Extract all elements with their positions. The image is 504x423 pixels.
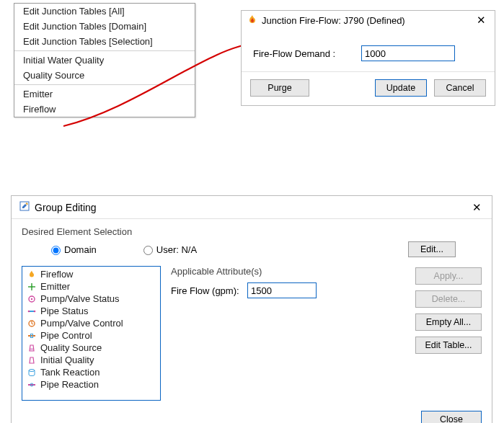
list-item-label: Initial Quality: [40, 355, 94, 365]
emitter-icon: [27, 282, 37, 292]
list-item-label: Quality Source: [40, 342, 102, 353]
action-buttons: Apply... Delete... Empty All... Edit Tab…: [415, 267, 482, 401]
menu-item-emitter[interactable]: Emitter: [14, 86, 195, 102]
list-item-initial-quality[interactable]: Initial Quality: [22, 354, 160, 366]
fire-icon: [27, 270, 37, 280]
menu-item-edit-all[interactable]: Edit Junction Tables [All]: [14, 4, 195, 19]
titlebar: Group Editing ✕: [12, 196, 492, 219]
svg-point-4: [31, 285, 33, 288]
list-item-label: Pipe Control: [40, 330, 92, 341]
close-icon[interactable]: ✕: [474, 14, 489, 27]
fire-flow-gpm-label: Fire Flow (gpm):: [171, 285, 247, 296]
radio-domain-label: Domain: [64, 244, 97, 255]
attribute-listbox[interactable]: Fireflow Emitter Pump/Valve Status Pipe …: [22, 266, 161, 401]
group-editing-dialog: Group Editing ✕ Desired Element Selectio…: [11, 195, 492, 423]
delete-button[interactable]: Delete...: [415, 290, 482, 308]
list-item-pump-valve-control[interactable]: Pump/Valve Control: [22, 317, 160, 329]
list-item-label: Pump/Valve Control: [40, 318, 123, 329]
svg-point-8: [28, 310, 30, 312]
menu-item-fireflow[interactable]: Fireflow: [14, 102, 195, 117]
desired-selection-label: Desired Element Selection: [22, 226, 482, 237]
pipe-reaction-icon: [27, 380, 37, 390]
pump-control-icon: [27, 319, 37, 329]
svg-point-14: [29, 369, 35, 371]
svg-rect-13: [30, 348, 33, 351]
titlebar: Junction Fire-Flow: J790 (Defined) ✕: [242, 11, 495, 30]
list-item-label: Emitter: [40, 281, 70, 292]
radio-user-label: User: N/A: [156, 244, 197, 255]
close-button[interactable]: Close: [421, 411, 482, 423]
radio-user-input[interactable]: [143, 246, 153, 255]
context-menu: Edit Junction Tables [All] Edit Junction…: [14, 3, 195, 117]
menu-separator: [14, 50, 195, 51]
empty-all-button[interactable]: Empty All...: [415, 313, 482, 331]
svg-point-9: [34, 310, 36, 312]
dialog-title: Junction Fire-Flow: J790 (Defined): [262, 15, 474, 26]
list-item-label: Pipe Status: [40, 306, 89, 316]
applicable-attributes-label: Applicable Attribute(s): [171, 266, 405, 277]
fireflow-demand-input[interactable]: [361, 45, 455, 61]
edit-icon: [19, 200, 30, 214]
list-item-pipe-reaction[interactable]: Pipe Reaction: [22, 378, 160, 391]
close-icon[interactable]: ✕: [469, 201, 485, 214]
list-item-emitter[interactable]: Emitter: [22, 280, 160, 293]
radio-domain[interactable]: Domain: [48, 244, 97, 255]
list-item-pump-valve-status[interactable]: Pump/Valve Status: [22, 293, 160, 305]
list-item-pipe-control[interactable]: Pipe Control: [22, 329, 160, 342]
edit-button[interactable]: Edit...: [408, 241, 456, 257]
list-item-label: Pump/Valve Status: [40, 293, 120, 304]
list-item-tank-reaction[interactable]: Tank Reaction: [22, 366, 160, 378]
fireflow-demand-label: Fire-Flow Demand :: [253, 48, 361, 59]
cancel-button[interactable]: Cancel: [434, 79, 486, 97]
dialog-title: Group Editing: [35, 202, 469, 213]
quality-source-icon: [27, 343, 37, 353]
junction-fireflow-dialog: Junction Fire-Flow: J790 (Defined) ✕ Fir…: [241, 10, 495, 106]
menu-item-quality-source[interactable]: Quality Source: [14, 68, 195, 83]
menu-separator: [14, 84, 195, 85]
purge-button[interactable]: Purge: [250, 79, 309, 97]
fire-flow-gpm-input[interactable]: [247, 282, 317, 298]
radio-domain-input[interactable]: [51, 246, 61, 255]
menu-item-initial-water-quality[interactable]: Initial Water Quality: [14, 53, 195, 68]
list-item-label: Fireflow: [40, 269, 74, 280]
attribute-pane: Applicable Attribute(s) Fire Flow (gpm):: [171, 266, 405, 401]
pipe-status-icon: [27, 306, 37, 316]
svg-point-6: [31, 298, 32, 299]
menu-item-edit-selection[interactable]: Edit Junction Tables [Selection]: [14, 34, 195, 49]
initial-quality-icon: [27, 355, 37, 365]
tank-reaction-icon: [27, 368, 37, 378]
edit-table-button[interactable]: Edit Table...: [415, 337, 482, 354]
radio-user[interactable]: User: N/A: [140, 244, 197, 255]
list-item-label: Tank Reaction: [40, 367, 100, 378]
list-item-pipe-status[interactable]: Pipe Status: [22, 305, 160, 317]
fire-icon: [247, 14, 257, 27]
list-item-label: Pipe Reaction: [40, 379, 99, 390]
pipe-control-icon: [27, 331, 37, 341]
apply-button[interactable]: Apply...: [415, 267, 482, 285]
list-item-quality-source[interactable]: Quality Source: [22, 342, 160, 354]
update-button[interactable]: Update: [375, 79, 427, 97]
pump-status-icon: [27, 294, 37, 304]
list-item-fireflow[interactable]: Fireflow: [22, 268, 160, 280]
menu-item-edit-domain[interactable]: Edit Junction Tables [Domain]: [14, 19, 195, 34]
